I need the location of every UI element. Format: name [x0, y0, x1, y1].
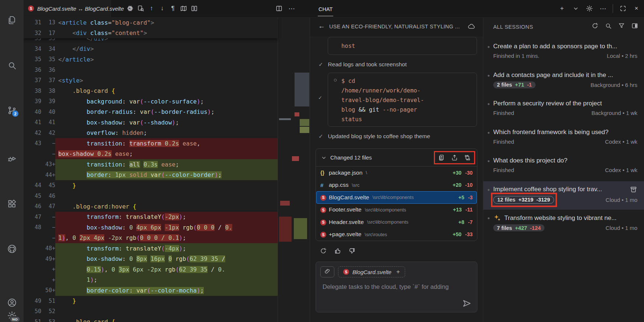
diff-stat-badge: 12 files+3219-3129 [493, 196, 554, 204]
changed-file-row[interactable]: S+page.svelte\src\routes+50-33 [316, 228, 477, 241]
back-icon[interactable]: ← [318, 22, 325, 30]
diff-line: + 1); [24, 275, 278, 286]
split-button[interactable] [275, 4, 283, 13]
restore-button[interactable] [619, 5, 627, 13]
whitespace-button[interactable]: ¶ [168, 4, 177, 13]
step-label: Read logs and took screenshot [328, 61, 407, 68]
add-doc-button[interactable] [438, 154, 445, 161]
svelte-file-icon: S [320, 207, 329, 213]
minimap[interactable] [278, 17, 310, 322]
diff-editor[interactable]: 3333 </div>3434 </div>3535</article>3636… [24, 17, 310, 322]
chat-input-placeholder[interactable]: Delegate tasks to the cloud, type `#` fo… [323, 283, 473, 290]
session-title: Add a contacts page and include it in th… [493, 71, 637, 79]
session-title: Implement coffee shop styling for trav..… [493, 186, 626, 193]
session-item[interactable]: Add a contacts page and include it in th… [483, 67, 644, 96]
attach-button[interactable] [320, 266, 334, 277]
changed-files-header[interactable]: Changed 12 files [316, 149, 477, 167]
close-button[interactable]: × [633, 5, 640, 13]
compare-button[interactable] [463, 154, 471, 161]
session-item[interactable]: What does this project do?FinishedCodex … [483, 153, 644, 181]
session-meta: Cloud • 1 mo [606, 197, 637, 203]
archive-icon[interactable] [630, 186, 637, 193]
prev-change-button[interactable]: ↑ [147, 4, 156, 13]
session-item[interactable]: Which frontend framework is being used?F… [483, 124, 644, 153]
feedback-actions [319, 247, 483, 255]
new-button[interactable]: + [558, 5, 566, 13]
session-item[interactable]: Transform website styling to vibrant ne.… [483, 210, 644, 238]
context-chip[interactable]: S BlogCard.svelte + [338, 266, 405, 277]
session-title: Perform a security review of the project [493, 100, 637, 107]
more-button[interactable]: ⋯ [599, 5, 607, 13]
session-item[interactable]: Implement coffee shop styling for trav..… [483, 181, 644, 210]
changed-file-row[interactable]: SHeader.svelte\src\lib\components+8-7 [316, 216, 477, 228]
diff-line: 43+ transition: all 0.3s ease; [24, 159, 278, 170]
title-bar: S BlogCard.svelte ↔ BlogCard.svelte × ↑↓… [24, 0, 644, 18]
json-file-icon: {} [320, 170, 329, 176]
sessions-header: ALL SESSIONS [493, 24, 533, 30]
chat-session-title: USE AN ECO-FRIENDLY, NATURALIST STYLING … [329, 24, 462, 29]
changed-file-row[interactable]: {}package.json\+30-30 [316, 167, 477, 179]
layout-button[interactable] [631, 22, 638, 29]
thumb-up-button[interactable] [334, 247, 342, 255]
more-button[interactable]: ⋯ [287, 4, 296, 13]
changed-file-row[interactable]: SFooter.svelte\src\lib\components+13-11 [316, 204, 477, 216]
codex-button[interactable] [126, 4, 135, 13]
diff-line: −1), 0 2px 4px -2px rgb(0 0 0 / 0.1); [24, 233, 278, 244]
session-dot [488, 75, 490, 77]
activity-source-control[interactable]: 2 [0, 105, 24, 116]
add-context-icon[interactable]: + [396, 268, 400, 276]
diff-line: 3636 [24, 65, 278, 76]
minimap-block [279, 118, 291, 120]
minimap-block [300, 119, 309, 126]
activity-explorer[interactable] [0, 14, 24, 25]
refresh-button[interactable] [591, 22, 599, 29]
filter-button[interactable] [617, 22, 625, 29]
editor-actions-right: ⋯ [275, 0, 296, 17]
activity-accounts[interactable] [0, 297, 24, 308]
activity-run-and-debug[interactable] [0, 153, 24, 164]
chat-panel-tab[interactable]: CHAT [318, 0, 333, 17]
step-label: Updated blog style to coffee shop theme [328, 133, 430, 140]
columns-button[interactable] [190, 4, 199, 13]
session-dot [488, 46, 490, 48]
chat-tab-label: CHAT [318, 1, 333, 16]
session-meta: Background • 6 hrs [591, 82, 637, 88]
svelte-file-icon: S [343, 269, 349, 275]
session-meta: Local • 2 hrs [607, 53, 637, 59]
activity-search[interactable] [0, 60, 24, 71]
search-button[interactable] [604, 22, 612, 29]
activity-github[interactable] [0, 243, 24, 254]
command-line: /home/runner/work/demo- [341, 86, 477, 95]
gear-button[interactable] [585, 5, 593, 13]
changed-file-row[interactable]: #app.css\src+20-10 [316, 179, 477, 192]
thumb-down-button[interactable] [348, 247, 356, 255]
refresh-button[interactable] [319, 247, 327, 255]
chat-input[interactable]: S BlogCard.svelte + Delegate tasks to th… [316, 262, 477, 312]
chev-button[interactable] [572, 5, 579, 13]
activity-extensions[interactable] [0, 198, 24, 209]
session-item[interactable]: Create a plan to add a sponsors page to … [483, 38, 644, 67]
activity-manage-settings[interactable]: NO [0, 310, 24, 321]
session-item[interactable]: Perform a security review of the project… [483, 95, 644, 124]
diff-line: 5052 [24, 306, 278, 317]
tab-title: BlogCard.svelte ↔ BlogCard.svelte [37, 6, 124, 12]
editor-tab[interactable]: S BlogCard.svelte ↔ BlogCard.svelte × [24, 0, 111, 17]
send-icon[interactable] [462, 298, 472, 308]
changed-file-row[interactable]: SBlogCard.svelte\src\lib\components+5-3 [316, 191, 477, 204]
apply-button[interactable] [450, 154, 458, 161]
diff-line: −box-shadow 0.2s ease; [24, 149, 278, 160]
command-line: blog && git --no-pager [341, 105, 477, 115]
chat-content: host ✓ Read logs and took screenshot ✓ $… [310, 37, 483, 322]
chevron-down-icon[interactable] [320, 154, 327, 161]
diff-line: 4141 box-shadow: var(--shadow); [24, 117, 278, 128]
preview-button[interactable] [136, 4, 145, 13]
settings-badge: NO [10, 316, 20, 322]
session-status: Finished [493, 167, 514, 173]
diff-line: 48+ transform: translateY(-4px); [24, 243, 278, 254]
session-dot [488, 132, 490, 134]
diff-line: 3113<article class="blog-card"> [24, 17, 278, 28]
minimap-block [295, 112, 299, 116]
map-button[interactable] [179, 4, 188, 13]
session-status: Finished [493, 139, 514, 145]
next-change-button[interactable]: ↓ [158, 4, 167, 13]
